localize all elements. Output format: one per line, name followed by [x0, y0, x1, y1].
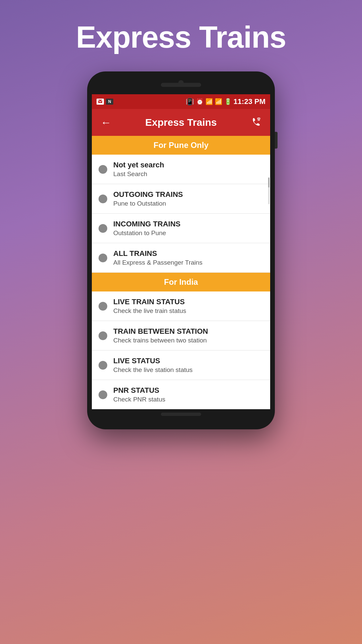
item-text: INCOMING TRAINS Outstation to Pune — [113, 220, 180, 237]
phone-top — [92, 78, 270, 94]
list-item-pnr-status[interactable]: PNR STATUS Check PNR status — [92, 380, 270, 409]
item-subtitle-pnr: Check PNR status — [113, 396, 165, 403]
radio-dot — [99, 302, 107, 311]
item-subtitle-train-between: Check trains between two station — [113, 337, 208, 344]
phone-bottom-bar — [92, 409, 270, 419]
item-title-all-trains: ALL TRAINS — [113, 249, 202, 258]
scrollbar-thumb[interactable] — [268, 177, 269, 187]
item-text: Not yet search Last Search — [113, 161, 164, 178]
item-text: LIVE STATUS Check the live station statu… — [113, 357, 193, 374]
item-title-train-between: TRAIN BETWEEN STATION — [113, 327, 208, 336]
status-time: 11:23 PM — [234, 97, 265, 106]
section-header-pune: For Pune Only — [92, 136, 270, 155]
item-text: LIVE TRAIN STATUS Check the live train s… — [113, 298, 186, 315]
page-title: Express Trains — [76, 20, 286, 55]
list-item-train-between-station[interactable]: TRAIN BETWEEN STATION Check trains betwe… — [92, 321, 270, 351]
signal-icon-1: 📶 — [205, 98, 213, 105]
section-header-india: For India — [92, 273, 270, 291]
svg-point-1 — [251, 116, 261, 127]
item-subtitle-live-train: Check the live train status — [113, 307, 186, 315]
list-item-last-search[interactable]: Not yet search Last Search — [92, 155, 270, 184]
phone-call-button[interactable] — [249, 116, 263, 129]
list-item-incoming-trains[interactable]: INCOMING TRAINS Outstation to Pune — [92, 214, 270, 243]
radio-dot — [99, 331, 107, 340]
alarm-icon: ⏰ — [196, 98, 203, 105]
phone-shell: N 📳 ⏰ 📶 📶 🔋 11:23 PM ← Express Trains — [87, 71, 275, 429]
item-subtitle-live-status: Check the live station status — [113, 366, 193, 374]
item-title-incoming: INCOMING TRAINS — [113, 220, 180, 228]
item-title-pnr: PNR STATUS — [113, 386, 165, 395]
list-item-outgoing-trains[interactable]: OUTGOING TRAINS Pune to Outstation — [92, 184, 270, 214]
item-text: TRAIN BETWEEN STATION Check trains betwe… — [113, 327, 208, 344]
item-text: PNR STATUS Check PNR status — [113, 386, 165, 403]
vibrate-icon: 📳 — [186, 98, 194, 106]
radio-dot — [99, 224, 107, 233]
app-bar: ← Express Trains — [92, 109, 270, 136]
phone-speaker — [161, 83, 201, 87]
back-button[interactable]: ← — [99, 116, 113, 129]
list-item-all-trains[interactable]: ALL TRAINS All Express & Passenger Train… — [92, 243, 270, 273]
app-bar-title: Express Trains — [113, 117, 249, 128]
radio-dot — [99, 254, 107, 262]
notification-icon-1 — [97, 99, 104, 105]
radio-dot — [99, 195, 107, 203]
item-subtitle-all-trains: All Express & Passenger Trains — [113, 259, 202, 266]
item-title-outgoing: OUTGOING TRAINS — [113, 190, 183, 199]
status-right-icons: 📳 ⏰ 📶 📶 🔋 11:23 PM — [186, 97, 265, 106]
battery-icon: 🔋 — [224, 98, 232, 105]
content-area: For Pune Only Not yet search Last Search… — [92, 136, 270, 409]
list-item-live-train-status[interactable]: LIVE TRAIN STATUS Check the live train s… — [92, 291, 270, 321]
item-title-live-train: LIVE TRAIN STATUS — [113, 298, 186, 306]
status-bar: N 📳 ⏰ 📶 📶 🔋 11:23 PM — [92, 94, 270, 109]
item-subtitle-last-search: Last Search — [113, 170, 164, 178]
item-subtitle-outgoing: Pune to Outstation — [113, 200, 183, 207]
svg-rect-0 — [98, 100, 102, 103]
item-text: ALL TRAINS All Express & Passenger Train… — [113, 249, 202, 266]
item-subtitle-incoming: Outstation to Pune — [113, 229, 180, 237]
status-left-icons: N — [97, 99, 113, 105]
item-text: OUTGOING TRAINS Pune to Outstation — [113, 190, 183, 207]
item-title-live-status: LIVE STATUS — [113, 357, 193, 365]
list-item-live-status[interactable]: LIVE STATUS Check the live station statu… — [92, 351, 270, 380]
phone-bottom-speaker — [161, 413, 201, 416]
item-title-not-yet-search: Not yet search — [113, 161, 164, 169]
signal-icon-2: 📶 — [215, 98, 222, 105]
phone-side-button — [275, 132, 278, 149]
radio-dot — [99, 165, 107, 174]
scrollbar-track — [268, 177, 269, 204]
notification-icon-2: N — [106, 99, 113, 105]
radio-dot — [99, 390, 107, 399]
radio-dot — [99, 361, 107, 370]
